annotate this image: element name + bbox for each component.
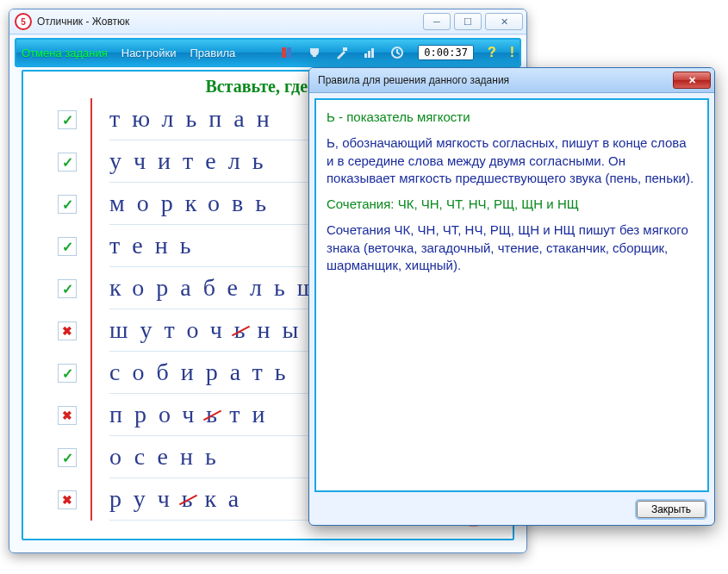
minimize-button[interactable]: ─: [423, 13, 451, 30]
svg-rect-6: [371, 48, 374, 58]
popup-title: Правила для решения данного задания: [318, 74, 673, 86]
word-text[interactable]: учитель: [109, 147, 276, 175]
svg-rect-2: [313, 54, 316, 57]
help-icon[interactable]: ?: [488, 45, 496, 60]
check-icon: ✓: [58, 448, 77, 467]
cross-icon: ✖: [58, 321, 77, 340]
check-icon: ✓: [58, 153, 77, 172]
close-button[interactable]: ✕: [485, 13, 523, 30]
menu-rules[interactable]: Правила: [190, 47, 236, 59]
popup-titlebar[interactable]: Правила для решения данного задания ✕: [309, 68, 714, 93]
check-icon: ✓: [58, 195, 77, 214]
clock-icon[interactable]: [390, 46, 404, 59]
svg-rect-5: [368, 51, 370, 58]
cross-icon: ✖: [58, 490, 77, 509]
info-icon[interactable]: !: [510, 45, 514, 60]
popup-footer: Закрыть: [309, 497, 714, 525]
rule-heading: Сочетания: ЧК, ЧН, ЧТ, НЧ, РЩ, ЩН и НЩ: [327, 196, 697, 213]
word-text[interactable]: прочьти: [109, 401, 277, 428]
word-text[interactable]: шуточьный: [109, 316, 335, 344]
menu-cancel-task[interactable]: Отмена задания: [22, 47, 108, 59]
timer-display: 0:00:37: [418, 45, 474, 60]
check-icon: ✓: [58, 237, 77, 256]
rules-popup: Правила для решения данного задания ✕ Ь …: [308, 67, 715, 526]
check-icon: ✓: [58, 364, 77, 383]
cross-icon: ✖: [58, 406, 77, 425]
word-text[interactable]: корабельщ: [109, 274, 327, 302]
word-text[interactable]: ручька: [109, 485, 251, 513]
check-icon: ✓: [58, 110, 77, 129]
maximize-button[interactable]: ☐: [454, 13, 482, 30]
app-icon: 5: [15, 13, 32, 30]
chart-icon[interactable]: [363, 46, 376, 59]
menubar: Отмена задания Настройки Правила 0:00:37…: [15, 38, 521, 67]
popup-body: Ь - показатель мягкостиЬ, обозначающий м…: [314, 98, 709, 492]
close-button-popup[interactable]: Закрыть: [637, 501, 706, 518]
window-title: Отличник - Жовтюк: [37, 16, 420, 28]
word-text[interactable]: морковь: [109, 190, 278, 217]
word-text[interactable]: осень: [109, 443, 228, 471]
word-text[interactable]: собирать: [109, 359, 297, 386]
margin-line: [90, 98, 92, 521]
popup-close-icon[interactable]: ✕: [673, 72, 711, 89]
check-icon: ✓: [58, 279, 77, 298]
main-titlebar[interactable]: 5 Отличник - Жовтюк ─ ☐ ✕: [9, 9, 526, 34]
svg-rect-3: [343, 47, 347, 51]
svg-rect-4: [364, 53, 367, 58]
hammer-icon[interactable]: [335, 46, 349, 59]
rule-paragraph: Ь, обозначающий мягкость согласных, пишу…: [327, 134, 697, 187]
svg-rect-1: [287, 47, 291, 58]
word-text[interactable]: тюльпан: [109, 105, 282, 133]
menu-settings[interactable]: Настройки: [121, 47, 177, 59]
svg-rect-0: [282, 47, 286, 58]
rule-paragraph: Сочетания ЧК, ЧН, ЧТ, НЧ, РЩ, ЩН и НЩ пи…: [327, 221, 697, 274]
word-text[interactable]: тень: [109, 232, 202, 259]
rule-heading: Ь - показатель мягкости: [327, 109, 697, 126]
book-icon[interactable]: [280, 46, 294, 59]
trophy-icon[interactable]: [308, 46, 321, 59]
